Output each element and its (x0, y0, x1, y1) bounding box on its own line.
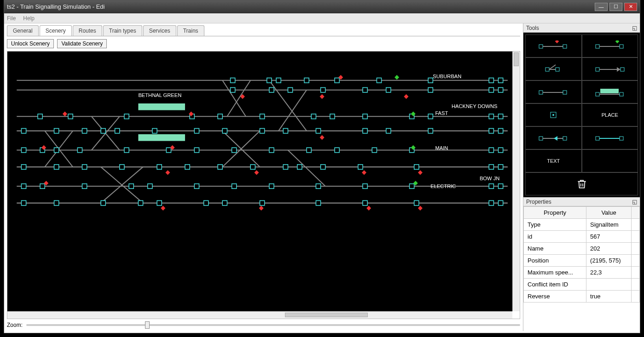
zoom-slider[interactable] (26, 324, 520, 326)
svg-rect-168 (600, 89, 619, 93)
svg-rect-60 (194, 128, 199, 133)
svg-rect-123 (414, 200, 419, 205)
vertical-scrollbar[interactable] (512, 51, 520, 311)
unlock-scenery-button[interactable]: Unlock Scenery (7, 39, 54, 48)
menu-file[interactable]: File (7, 15, 16, 22)
svg-rect-138 (165, 170, 170, 175)
label-bowjn: BOW JN (480, 176, 499, 181)
table-row: Position(2195, 575) (524, 255, 640, 267)
svg-rect-77 (232, 148, 237, 152)
tab-services[interactable]: Services (143, 25, 176, 36)
svg-rect-41 (38, 114, 42, 119)
svg-rect-47 (311, 114, 316, 119)
tool-text[interactable]: TEXT (525, 149, 582, 172)
scenery-toolbar: Unlock Scenery Validate Scenery (7, 39, 520, 48)
tool-platform[interactable] (582, 80, 638, 103)
close-button[interactable]: ✕ (624, 3, 637, 11)
svg-rect-24 (267, 78, 272, 83)
validate-scenery-button[interactable]: Validate Scenery (57, 39, 107, 48)
maximize-button[interactable]: ☐ (609, 3, 622, 11)
tool-empty (582, 149, 638, 172)
table-row: id567 (524, 231, 640, 243)
tab-traintypes[interactable]: Train types (103, 25, 142, 36)
svg-rect-124 (489, 200, 493, 205)
svg-rect-120 (260, 200, 265, 205)
svg-rect-32 (231, 87, 235, 92)
svg-rect-170 (620, 92, 623, 96)
table-row: TypeSignalItem (524, 219, 640, 231)
scenery-canvas-wrapper: BETHNAL GREEN SUBURBAN HACKNEY DOWNS FAS… (7, 51, 520, 319)
svg-rect-131 (320, 94, 325, 99)
tool-signal-left-red[interactable] (525, 34, 582, 57)
svg-rect-150 (563, 45, 567, 48)
svg-rect-166 (563, 91, 567, 94)
label-hackney: HACKNEY DOWNS (452, 103, 498, 109)
svg-rect-106 (232, 184, 237, 188)
tab-routes[interactable]: Routes (73, 25, 102, 36)
tab-trains[interactable]: Trains (177, 25, 204, 36)
svg-rect-97 (414, 165, 419, 169)
svg-rect-141 (418, 170, 423, 175)
tool-invisible-link[interactable] (525, 103, 582, 126)
svg-rect-70 (21, 148, 26, 152)
svg-rect-27 (335, 78, 339, 83)
minimize-button[interactable]: — (595, 3, 608, 11)
svg-rect-34 (288, 87, 292, 92)
svg-rect-151 (555, 40, 559, 43)
horizontal-scrollbar[interactable] (7, 311, 512, 319)
svg-rect-113 (21, 200, 26, 205)
undock-icon[interactable]: ◱ (632, 25, 637, 31)
svg-rect-78 (269, 148, 274, 152)
svg-rect-154 (620, 45, 623, 48)
tools-panel: PLACE TEXT (523, 33, 640, 197)
svg-rect-98 (489, 165, 493, 169)
svg-rect-152 (596, 45, 599, 48)
svg-rect-83 (489, 148, 493, 152)
svg-rect-88 (120, 165, 124, 169)
svg-rect-23 (231, 78, 235, 83)
tool-signal-right-green[interactable] (582, 34, 638, 57)
scenery-canvas[interactable]: BETHNAL GREEN SUBURBAN HACKNEY DOWNS FAS… (7, 51, 512, 311)
tool-delete[interactable] (525, 172, 638, 195)
tab-scenery[interactable]: Scenery (40, 25, 72, 36)
svg-rect-31 (499, 78, 503, 83)
svg-rect-26 (304, 78, 309, 83)
tab-general[interactable]: General (7, 25, 39, 36)
svg-rect-21 (138, 103, 185, 110)
svg-line-159 (549, 65, 556, 69)
label-electric: ELECTRIC (430, 183, 456, 189)
svg-rect-80 (335, 148, 339, 152)
svg-rect-115 (101, 200, 105, 205)
tool-track-plain[interactable] (582, 126, 638, 149)
svg-rect-122 (363, 200, 367, 205)
table-row: Conflict item ID (524, 279, 640, 291)
svg-rect-39 (489, 87, 493, 92)
svg-rect-111 (489, 184, 493, 188)
svg-rect-46 (260, 114, 265, 119)
svg-rect-49 (363, 114, 367, 119)
svg-rect-148 (539, 45, 543, 48)
svg-rect-30 (489, 78, 493, 83)
tool-place[interactable]: PLACE (582, 103, 638, 126)
svg-rect-116 (138, 200, 143, 205)
svg-rect-108 (316, 184, 320, 188)
svg-rect-74 (124, 148, 129, 152)
menu-help[interactable]: Help (23, 15, 35, 22)
svg-marker-162 (617, 67, 621, 72)
undock-icon[interactable]: ◱ (632, 199, 637, 205)
table-row: Maximum spee...22,3 (524, 267, 640, 279)
properties-table: PropertyValue TypeSignalItem id567 Name2… (523, 206, 640, 303)
svg-rect-144 (161, 206, 165, 211)
properties-panel: PropertyValue TypeSignalItem id567 Name2… (523, 206, 640, 331)
svg-rect-51 (428, 114, 433, 119)
svg-rect-86 (54, 165, 59, 169)
tool-track[interactable] (525, 80, 582, 103)
svg-rect-112 (499, 184, 503, 188)
tool-point[interactable] (525, 57, 582, 80)
svg-rect-48 (330, 114, 335, 119)
svg-line-18 (288, 150, 325, 186)
tool-bumper[interactable] (582, 57, 638, 80)
svg-rect-155 (615, 40, 619, 43)
tool-track-arrow-left[interactable] (525, 126, 582, 149)
svg-rect-119 (222, 200, 227, 205)
